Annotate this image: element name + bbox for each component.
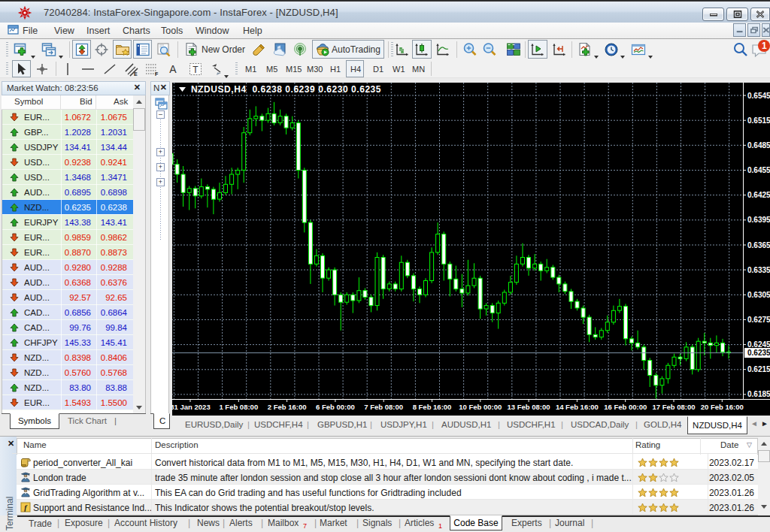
svg-text:10 Feb 00:00: 10 Feb 00:00 xyxy=(459,403,502,411)
svg-text:14 Feb 16:00: 14 Feb 16:00 xyxy=(556,403,599,411)
svg-text:13 Feb 08:00: 13 Feb 08:00 xyxy=(508,403,550,411)
svg-text:1 Feb 08:00: 1 Feb 08:00 xyxy=(219,403,258,411)
svg-text:0.6235: 0.6235 xyxy=(747,349,770,357)
svg-text:0.6245: 0.6245 xyxy=(747,340,770,349)
svg-text:0.6215: 0.6215 xyxy=(747,365,770,373)
svg-text:NZDUSD,H4 0.6238 0.6239 0.623: NZDUSD,H4 0.6238 0.6239 0.6230 0.6235 xyxy=(191,84,381,95)
svg-text:E: E xyxy=(134,71,138,77)
svg-text:6 Feb 00:00: 6 Feb 00:00 xyxy=(316,403,355,411)
svg-text:17 Feb 08:00: 17 Feb 08:00 xyxy=(652,403,695,411)
svg-text:2 Feb 16:00: 2 Feb 16:00 xyxy=(268,403,307,411)
svg-text:A: A xyxy=(169,63,177,75)
svg-text:0.6545: 0.6545 xyxy=(747,92,770,100)
svg-text:0.6515: 0.6515 xyxy=(747,116,770,125)
svg-text:0.6485: 0.6485 xyxy=(747,141,770,150)
svg-text:0.6185: 0.6185 xyxy=(747,390,770,398)
svg-text:0.6305: 0.6305 xyxy=(747,291,770,299)
svg-text:20 Feb 16:00: 20 Feb 16:00 xyxy=(701,403,744,411)
svg-text:0.6395: 0.6395 xyxy=(747,216,770,224)
svg-text:T: T xyxy=(192,65,199,75)
svg-text:F: F xyxy=(155,71,159,77)
svg-text:0.6455: 0.6455 xyxy=(747,166,770,174)
svg-text:0.6275: 0.6275 xyxy=(747,316,770,324)
svg-text:8 Feb 16:00: 8 Feb 16:00 xyxy=(413,403,452,411)
svg-text:0.6425: 0.6425 xyxy=(747,191,770,199)
svg-text:31 Jan 2023: 31 Jan 2023 xyxy=(171,403,211,411)
svg-text:16 Feb 00:00: 16 Feb 00:00 xyxy=(604,403,647,411)
svg-text:0.6365: 0.6365 xyxy=(747,241,770,249)
svg-text:0.6335: 0.6335 xyxy=(747,266,770,274)
svg-text:7 Feb 08:00: 7 Feb 08:00 xyxy=(364,403,403,411)
